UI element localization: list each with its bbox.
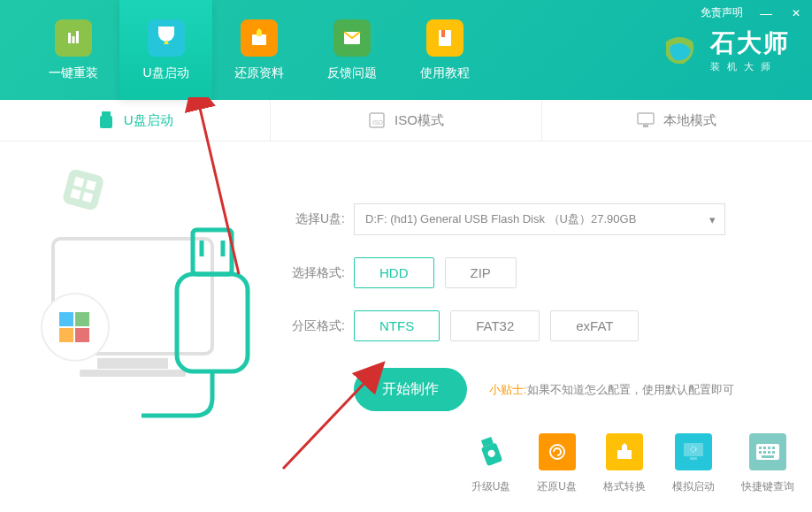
feedback-icon: [333, 19, 371, 57]
iso-icon: ISO: [368, 111, 386, 129]
reinstall-icon: [55, 19, 92, 57]
minimize-button[interactable]: —: [759, 6, 773, 20]
svg-rect-0: [68, 33, 71, 43]
tab-local-mode[interactable]: 本地模式: [542, 100, 812, 141]
tool-label: 还原U盘: [537, 479, 577, 494]
svg-point-33: [550, 445, 564, 459]
tab-label: U盘启动: [124, 112, 173, 129]
disclaimer-link[interactable]: 免责声明: [701, 5, 743, 20]
usb-select-value: D:F: (hd1) General USB Flash Disk （U盘）27…: [365, 211, 636, 227]
svg-rect-7: [102, 111, 111, 116]
tool-format-convert[interactable]: 格式转换: [603, 433, 646, 494]
hotkey-icon: [749, 433, 786, 470]
logo-title: 石大师: [710, 27, 790, 60]
illustration: [0, 141, 274, 512]
svg-rect-25: [75, 328, 89, 342]
svg-rect-20: [80, 370, 186, 377]
svg-point-21: [42, 294, 109, 361]
logo-subtitle: 装机大师: [710, 60, 790, 73]
svg-rect-34: [617, 450, 632, 459]
upgrade-usb-icon: [472, 433, 509, 470]
svg-rect-39: [759, 447, 762, 449]
tab-label: 本地模式: [663, 112, 716, 129]
tip: 小贴士:如果不知道怎么配置，使用默认配置即可: [489, 382, 734, 398]
format-label: 选择格式:: [283, 265, 345, 281]
usb-boot-icon: [148, 19, 185, 57]
tool-label: 升级U盘: [471, 479, 511, 494]
nav-reinstall[interactable]: 一键重装: [27, 0, 119, 100]
tip-text: 如果不知道怎么配置，使用默认配置即可: [527, 383, 734, 396]
nav-label: 使用教程: [420, 65, 470, 81]
nav-label: U盘启动: [142, 65, 188, 81]
tool-hotkey-query[interactable]: 快捷键查询: [741, 433, 794, 494]
nav-feedback[interactable]: 反馈问题: [305, 0, 398, 100]
svg-rect-24: [59, 328, 73, 342]
format-opt-zip[interactable]: ZIP: [445, 257, 517, 288]
svg-rect-35: [684, 443, 703, 456]
svg-rect-47: [762, 455, 774, 458]
tool-restore-usb[interactable]: 还原U盘: [537, 433, 577, 494]
tutorial-icon: [426, 19, 463, 57]
tool-upgrade-usb[interactable]: 升级U盘: [471, 433, 511, 494]
partition-opt-exfat[interactable]: exFAT: [550, 310, 639, 341]
mode-tabs: U盘启动 ISO ISO模式 本地模式: [0, 100, 812, 141]
main-nav: 一键重装 U盘启动 还原资料 反馈问题 使用教程: [0, 0, 657, 100]
svg-rect-11: [638, 113, 654, 124]
svg-rect-13: [62, 168, 105, 211]
bottom-tools: 升级U盘 还原U盘 格式转换 模拟启动 快捷键查询: [471, 433, 794, 494]
tool-label: 模拟启动: [672, 479, 715, 494]
svg-rect-8: [100, 116, 112, 128]
nav-tutorial[interactable]: 使用教程: [398, 0, 491, 100]
tab-iso-mode[interactable]: ISO ISO模式: [271, 100, 541, 141]
svg-rect-22: [59, 312, 73, 326]
svg-rect-12: [643, 125, 648, 127]
svg-rect-23: [75, 312, 89, 326]
tab-usb-boot[interactable]: U盘启动: [0, 100, 271, 141]
svg-rect-6: [441, 30, 445, 37]
nav-label: 一键重装: [49, 65, 98, 81]
svg-rect-19: [97, 358, 168, 369]
close-button[interactable]: ✕: [789, 7, 803, 19]
svg-rect-37: [690, 457, 697, 460]
local-icon: [637, 111, 655, 129]
partition-opt-ntfs[interactable]: NTFS: [354, 310, 440, 341]
svg-rect-42: [772, 447, 775, 449]
svg-rect-44: [763, 451, 766, 454]
tool-label: 格式转换: [603, 479, 646, 494]
partition-label: 分区格式:: [283, 318, 345, 334]
chevron-down-icon: ▾: [709, 213, 716, 226]
start-create-button[interactable]: 开始制作: [354, 368, 467, 411]
tip-label: 小贴士:: [489, 383, 527, 396]
tab-label: ISO模式: [395, 112, 444, 129]
svg-rect-43: [759, 451, 762, 454]
svg-rect-40: [763, 447, 766, 449]
logo-icon: [657, 28, 701, 73]
nav-label: 反馈问题: [327, 65, 377, 81]
format-convert-icon: [606, 433, 643, 470]
svg-rect-2: [76, 31, 79, 43]
usb-select-dropdown[interactable]: D:F: (hd1) General USB Flash Disk （U盘）27…: [354, 203, 725, 235]
partition-opt-fat32[interactable]: FAT32: [450, 310, 540, 341]
svg-rect-41: [768, 447, 770, 449]
nav-label: 还原资料: [234, 65, 284, 81]
svg-rect-45: [768, 451, 770, 454]
svg-text:ISO: ISO: [372, 119, 384, 126]
tool-simulate-boot[interactable]: 模拟启动: [672, 433, 715, 494]
nav-usb-boot[interactable]: U盘启动: [119, 0, 212, 100]
format-opt-hdd[interactable]: HDD: [354, 257, 434, 288]
usb-icon: [97, 111, 115, 129]
restore-icon: [241, 19, 278, 57]
simulate-boot-icon: [675, 433, 712, 470]
tool-label: 快捷键查询: [741, 479, 794, 494]
svg-rect-46: [772, 451, 775, 454]
svg-rect-1: [72, 36, 74, 43]
nav-restore[interactable]: 还原资料: [212, 0, 305, 100]
restore-usb-icon: [539, 433, 576, 470]
select-usb-label: 选择U盘:: [283, 211, 345, 227]
